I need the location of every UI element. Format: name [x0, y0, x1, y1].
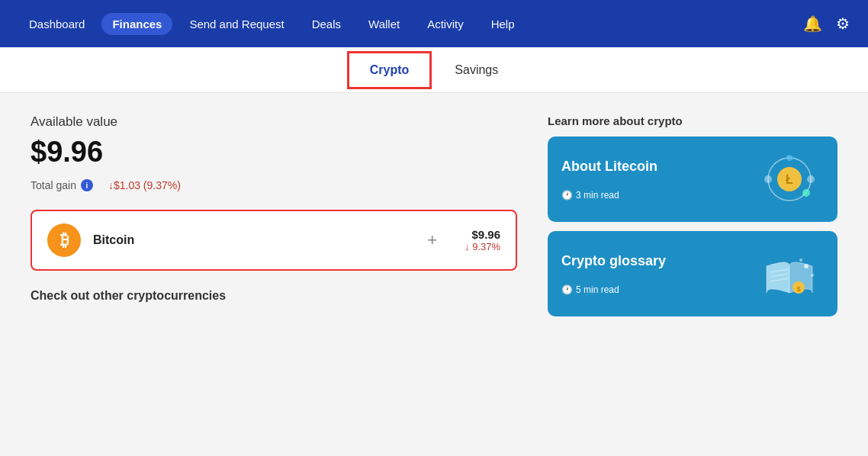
litecoin-card-text: About Litecoin 🕐 3 min read	[561, 159, 657, 201]
bitcoin-add-button[interactable]: +	[427, 230, 437, 250]
nav-item-deals[interactable]: Deals	[301, 13, 352, 35]
svg-point-3	[786, 155, 792, 161]
svg-text:Ł: Ł	[786, 173, 793, 186]
check-other-label: Check out other cryptocurrencies	[31, 289, 517, 303]
info-icon[interactable]: i	[81, 179, 93, 191]
svg-point-2	[764, 175, 772, 183]
clock-icon: 🕐	[561, 190, 573, 201]
bitcoin-amount: $9.96	[465, 228, 500, 241]
learn-title: Learn more about crypto	[548, 114, 837, 127]
top-nav: Dashboard Finances Send and Request Deal…	[0, 0, 868, 47]
total-gain-label: Total gain i	[31, 179, 93, 191]
glossary-card-text: Crypto glossary 🕐 5 min read	[561, 253, 666, 295]
bitcoin-icon: ₿	[47, 223, 81, 257]
nav-item-activity[interactable]: Activity	[416, 13, 474, 35]
bitcoin-change: ↓ 9.37%	[465, 241, 500, 252]
svg-point-14	[811, 274, 814, 277]
bitcoin-name: Bitcoin	[93, 233, 400, 247]
subnav-savings[interactable]: Savings	[432, 51, 521, 89]
nav-icons: 🔔 ⚙	[803, 14, 850, 33]
svg-point-12	[804, 264, 809, 268]
svg-point-1	[807, 175, 815, 183]
nav-item-wallet[interactable]: Wallet	[358, 13, 410, 35]
gear-icon[interactable]: ⚙	[836, 14, 850, 33]
learn-card-litecoin[interactable]: About Litecoin 🕐 3 min read Ł	[548, 136, 837, 222]
svg-point-13	[799, 259, 802, 262]
clock-icon-2: 🕐	[561, 284, 573, 295]
glossary-card-time: 🕐 5 min read	[561, 284, 666, 295]
total-gain-value: ↓$1.03 (9.37%)	[108, 179, 181, 191]
bitcoin-card[interactable]: ₿ Bitcoin + $9.96 ↓ 9.37%	[31, 210, 517, 271]
svg-point-6	[802, 189, 810, 197]
total-gain-row: Total gain i ↓$1.03 (9.37%)	[31, 179, 517, 191]
glossary-illustration: $	[755, 243, 824, 304]
nav-item-dashboard[interactable]: Dashboard	[18, 13, 95, 35]
right-panel: Learn more about crypto About Litecoin 🕐…	[548, 114, 837, 441]
nav-item-help[interactable]: Help	[481, 13, 526, 35]
svg-text:$: $	[796, 285, 800, 293]
glossary-card-title: Crypto glossary	[561, 253, 666, 269]
nav-item-send[interactable]: Send and Request	[178, 13, 294, 35]
main-content: Available value $9.96 Total gain i ↓$1.0…	[0, 93, 868, 456]
subnav-crypto[interactable]: Crypto	[347, 51, 432, 89]
litecoin-card-title: About Litecoin	[561, 159, 657, 175]
left-panel: Available value $9.96 Total gain i ↓$1.0…	[31, 114, 517, 441]
bell-icon[interactable]: 🔔	[803, 14, 822, 33]
available-value-amount: $9.96	[31, 136, 517, 169]
nav-items: Dashboard Finances Send and Request Deal…	[18, 13, 803, 35]
litecoin-card-time: 🕐 3 min read	[561, 190, 657, 201]
learn-card-glossary[interactable]: Crypto glossary 🕐 5 min read	[548, 231, 837, 316]
nav-item-finances[interactable]: Finances	[101, 13, 172, 35]
bitcoin-values: $9.96 ↓ 9.37%	[465, 228, 500, 252]
sub-nav: Crypto Savings	[0, 47, 868, 93]
available-value-label: Available value	[31, 114, 517, 130]
litecoin-illustration: Ł	[755, 149, 824, 210]
